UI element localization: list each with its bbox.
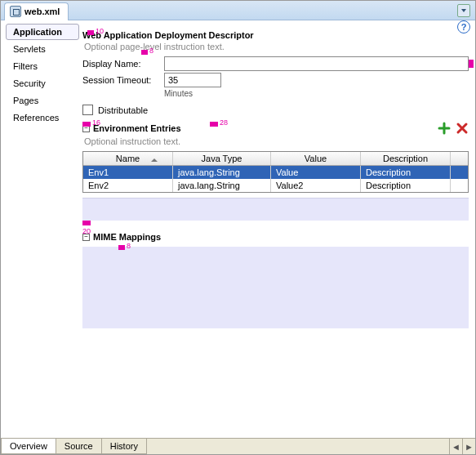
- scroll-right-button[interactable]: ►: [462, 439, 475, 454]
- session-timeout-input[interactable]: [164, 73, 221, 87]
- session-timeout-label: Session Timeout:: [82, 75, 164, 85]
- table-header: Name Java Type Value Description: [83, 152, 468, 166]
- mime-body-area: [82, 247, 469, 328]
- xml-file-icon: [10, 6, 21, 17]
- category-sidebar: Application Servlets Filters Security Pa…: [1, 20, 79, 438]
- mime-mappings-title: MIME Mappings: [93, 232, 161, 242]
- env-optional-text: Optional instruction text.: [84, 136, 469, 146]
- col-name[interactable]: Name: [83, 152, 173, 165]
- annotation-marker: 28: [220, 118, 228, 127]
- col-value[interactable]: Value: [271, 152, 361, 165]
- bottom-tab-overview[interactable]: Overview: [1, 439, 56, 454]
- sidebar-item-filters[interactable]: Filters: [6, 58, 79, 74]
- scroll-left-button[interactable]: ◄: [449, 439, 462, 454]
- page-title: Web Application Deployment Descriptor: [82, 30, 254, 40]
- collapse-icon[interactable]: −: [82, 234, 90, 241]
- session-timeout-unit: Minutes: [164, 89, 469, 98]
- table-row[interactable]: Env2 java.lang.String Value2 Description: [83, 179, 468, 192]
- annotation-marker: 8: [149, 47, 153, 55]
- col-desc[interactable]: Description: [361, 152, 451, 165]
- file-tab-webxml[interactable]: web.xml: [4, 2, 69, 20]
- bottom-tab-bar: Overview Source History ◄ ►: [1, 438, 475, 454]
- annotation-marker: 16: [92, 118, 100, 127]
- env-entries-title: Environment Entries: [93, 123, 181, 133]
- table-row[interactable]: Env1 java.lang.String Value Description: [83, 166, 468, 179]
- file-tab-bar: web.xml: [1, 1, 475, 20]
- bottom-tab-history[interactable]: History: [101, 439, 147, 454]
- annotation-marker: 8: [127, 242, 131, 250]
- remove-entry-button[interactable]: [456, 122, 469, 135]
- sidebar-item-application[interactable]: Application: [6, 24, 79, 40]
- sidebar-item-references[interactable]: References: [6, 109, 79, 126]
- annotation-marker: 10: [96, 27, 104, 35]
- file-tab-label: web.xml: [24, 7, 60, 16]
- env-entries-table: Name Java Type Value Description Env1 ja…: [82, 151, 469, 193]
- sidebar-item-security[interactable]: Security: [6, 75, 79, 91]
- env-footer-area: [82, 198, 469, 221]
- col-type[interactable]: Java Type: [173, 152, 271, 165]
- display-name-label: Display Name:: [82, 59, 164, 69]
- distributable-checkbox[interactable]: [82, 105, 93, 115]
- bottom-tab-source[interactable]: Source: [56, 439, 102, 454]
- sidebar-item-servlets[interactable]: Servlets: [6, 41, 79, 57]
- distributable-label: Distributable: [98, 105, 148, 115]
- main-panel: ? 10 Web Application Deployment Descript…: [79, 20, 475, 438]
- sidebar-item-pages[interactable]: Pages: [6, 92, 79, 109]
- display-name-input[interactable]: [164, 56, 469, 71]
- view-menu-button[interactable]: [457, 4, 470, 17]
- add-entry-button[interactable]: [438, 122, 451, 135]
